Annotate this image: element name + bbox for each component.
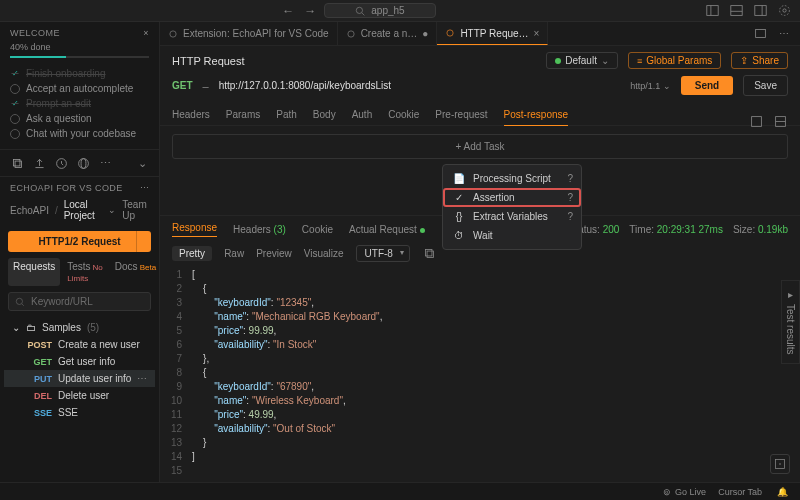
send-button[interactable]: Send: [681, 76, 733, 95]
search-icon: [15, 297, 25, 307]
go-live-button[interactable]: ⊚Go Live: [663, 487, 706, 497]
check-icon: [10, 84, 20, 94]
section-more-icon[interactable]: ⋯: [140, 183, 149, 193]
welcome-title: WELCOME: [10, 28, 60, 38]
help-icon[interactable]: ?: [567, 173, 573, 184]
settings-icon[interactable]: [776, 3, 792, 19]
global-params-button[interactable]: ≡Global Params: [628, 52, 721, 69]
welcome-progress: [10, 56, 149, 58]
tree-request-item[interactable]: PUTUpdate user info⋯: [4, 370, 155, 387]
more-icon[interactable]: ⋯: [98, 156, 112, 170]
side-tab[interactable]: Requests: [8, 258, 60, 286]
view-mode[interactable]: Pretty: [172, 246, 212, 261]
test-results-tab[interactable]: ▸ Test results: [781, 280, 800, 364]
command-search[interactable]: app_h5: [324, 3, 435, 18]
response-tab[interactable]: Headers (3): [233, 224, 286, 235]
side-tab[interactable]: TestsNo Limits: [62, 258, 108, 286]
welcome-item[interactable]: Ask a question: [10, 111, 149, 126]
welcome-checklist: ✓Finish onboardingAccept an autocomplete…: [0, 62, 159, 150]
http-method[interactable]: GET: [172, 80, 193, 91]
check-icon: [10, 114, 20, 124]
svg-line-1: [362, 12, 365, 15]
editor-tab[interactable]: HTTP Reque…×: [437, 22, 548, 45]
panel-icon[interactable]: [728, 3, 744, 19]
layout-icon[interactable]: [704, 3, 720, 19]
request-tab[interactable]: Cookie: [388, 104, 419, 125]
copy-icon[interactable]: [10, 156, 24, 170]
svg-point-15: [16, 298, 22, 304]
request-tab[interactable]: Headers: [172, 104, 210, 125]
welcome-item[interactable]: ✓Prompt an edit: [10, 96, 149, 111]
view-mode[interactable]: Visualize: [304, 248, 344, 259]
share-button[interactable]: ⇪Share: [731, 52, 788, 69]
tree-request-item[interactable]: SSESSE: [4, 404, 155, 421]
tab-more-icon[interactable]: ⋯: [776, 26, 792, 42]
editor-tab[interactable]: Extension: EchoAPI for VS Code: [160, 22, 338, 45]
split-icon[interactable]: [752, 3, 768, 19]
check-icon: ✓: [10, 99, 20, 109]
tree-search[interactable]: Keyword/URL: [8, 292, 151, 311]
welcome-item[interactable]: ✓Finish onboarding: [10, 66, 149, 81]
share-icon: ⇪: [740, 55, 748, 66]
help-icon[interactable]: ?: [567, 192, 573, 203]
dropdown-item[interactable]: 📄Processing Script?: [443, 169, 581, 188]
welcome-close-icon[interactable]: ×: [143, 28, 149, 38]
tree-request-item[interactable]: DELDelete user: [4, 387, 155, 404]
upload-icon[interactable]: [32, 156, 46, 170]
tree-folder[interactable]: ⌄ 🗀 Samples (5): [4, 319, 155, 336]
svg-point-0: [357, 7, 363, 13]
svg-rect-25: [427, 251, 434, 258]
search-icon: [355, 6, 365, 16]
dropdown-item[interactable]: ✓Assertion?: [443, 188, 581, 207]
close-icon[interactable]: ×: [534, 28, 540, 39]
chevron-down-icon[interactable]: ⌄: [135, 156, 149, 170]
item-more-icon[interactable]: ⋯: [137, 373, 147, 384]
view-mode[interactable]: Preview: [256, 248, 292, 259]
request-tab[interactable]: Path: [276, 104, 297, 125]
request-tab[interactable]: Params: [226, 104, 260, 125]
request-url[interactable]: http://127.0.0.1:8080/api/keyboardsList: [219, 80, 391, 91]
save-button[interactable]: Save: [743, 75, 788, 96]
breadcrumb[interactable]: EchoAPI / Local Project ⌄ Team Up: [0, 195, 159, 225]
tree-request-item[interactable]: GETGet user info: [4, 353, 155, 370]
request-tree: ⌄ 🗀 Samples (5) POSTCreate a new userGET…: [0, 317, 159, 421]
nav-fwd-icon[interactable]: →: [302, 3, 318, 19]
response-tab[interactable]: Cookie: [302, 224, 333, 235]
svg-point-9: [779, 6, 789, 16]
side-tab[interactable]: DocsBeta: [110, 258, 161, 286]
cursor-tab-button[interactable]: Cursor Tab: [718, 487, 762, 497]
request-tab[interactable]: Post-response: [504, 104, 568, 126]
response-tab[interactable]: Actual Request: [349, 224, 428, 235]
scroll-target-icon[interactable]: [770, 454, 790, 474]
team-up-link[interactable]: Team Up: [122, 199, 149, 221]
protocol-selector[interactable]: http/1.1 ⌄: [630, 81, 671, 91]
globe-icon[interactable]: [76, 156, 90, 170]
encoding-selector[interactable]: UTF-8: [356, 245, 410, 262]
tab-split-icon[interactable]: [752, 26, 768, 42]
add-task-button[interactable]: + Add Task: [172, 134, 788, 159]
nav-back-icon[interactable]: ←: [280, 3, 296, 19]
env-selector[interactable]: Default⌄: [546, 52, 618, 69]
svg-rect-10: [13, 159, 20, 166]
help-icon[interactable]: ?: [567, 211, 573, 222]
tree-request-item[interactable]: POSTCreate a new user: [4, 336, 155, 353]
response-body[interactable]: 1[2 {3 "keyboardId": "12345",4 "name": "…: [160, 266, 800, 482]
request-tab[interactable]: Auth: [352, 104, 373, 125]
check-icon: [10, 129, 20, 139]
dropdown-item[interactable]: ⏱Wait: [443, 226, 581, 245]
welcome-item[interactable]: Accept an autocomplete: [10, 81, 149, 96]
request-title: HTTP Request: [172, 55, 245, 67]
dropdown-item[interactable]: {}Extract Variables?: [443, 207, 581, 226]
folder-name: Samples: [42, 322, 81, 333]
clock-icon[interactable]: [54, 156, 68, 170]
response-tab[interactable]: Response: [172, 222, 217, 237]
request-tab[interactable]: Pre-request: [435, 104, 487, 125]
new-request-button[interactable]: HTTP1/2 Request: [8, 231, 151, 252]
request-tab[interactable]: Body: [313, 104, 336, 125]
view-mode[interactable]: Raw: [224, 248, 244, 259]
copy-icon[interactable]: [422, 246, 438, 262]
editor-tab[interactable]: Create a n…●: [338, 22, 438, 45]
svg-rect-20: [755, 29, 765, 37]
welcome-item[interactable]: Chat with your codebase: [10, 126, 149, 141]
bell-icon[interactable]: 🔔: [774, 484, 790, 500]
